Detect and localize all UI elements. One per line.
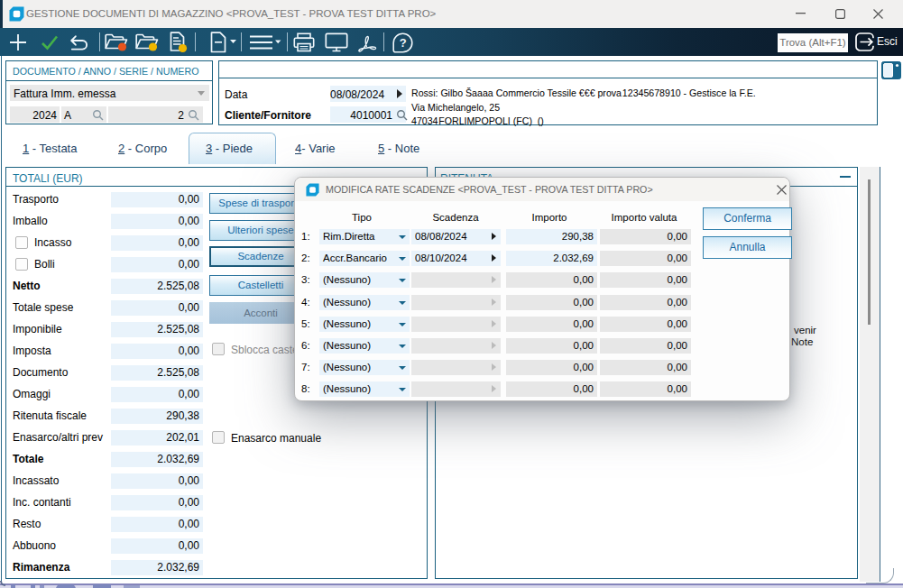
svg-text:?: ? bbox=[400, 36, 407, 50]
